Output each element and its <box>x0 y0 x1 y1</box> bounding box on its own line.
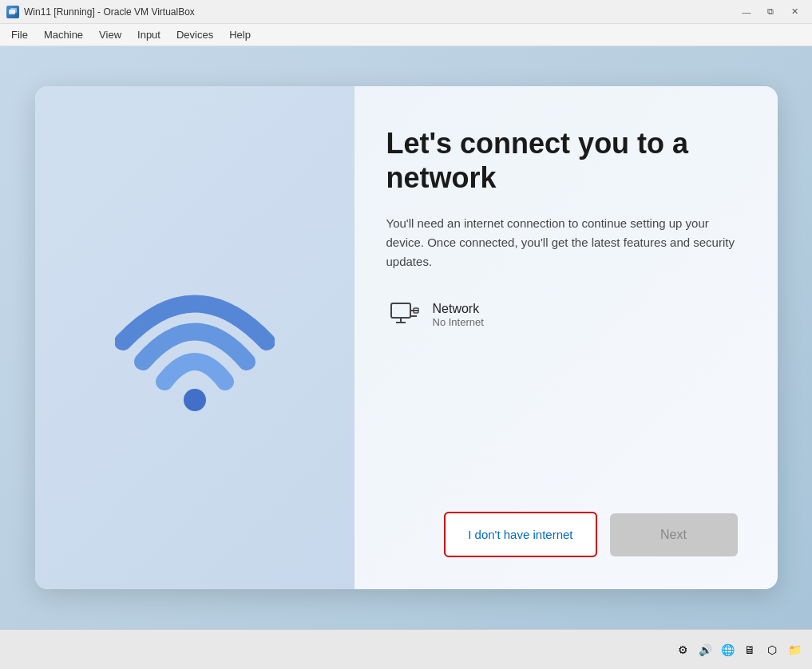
main-area: Let's connect you to a network You'll ne… <box>0 46 812 629</box>
dialog-card: Let's connect you to a network You'll ne… <box>35 86 778 589</box>
svg-rect-1 <box>10 8 17 13</box>
minimize-button[interactable]: — <box>735 4 758 20</box>
button-area: I don't have internet Next <box>386 512 738 557</box>
menu-view[interactable]: View <box>91 26 129 44</box>
menu-machine[interactable]: Machine <box>36 26 91 44</box>
no-internet-button[interactable]: I don't have internet <box>444 512 596 557</box>
window-title: Win11 [Running] - Oracle VM VirtualBox <box>24 6 195 18</box>
taskbar-network-icon[interactable]: 🌐 <box>718 640 737 659</box>
network-item: Network No Internet <box>386 297 738 332</box>
taskbar-icons: ⚙ 🔊 🌐 🖥 ⬡ 📁 <box>673 640 804 659</box>
menu-devices[interactable]: Devices <box>168 26 221 44</box>
taskbar-usb-icon[interactable]: ⬡ <box>762 640 782 659</box>
taskbar-monitor-icon[interactable]: 🖥 <box>740 640 759 659</box>
menu-input[interactable]: Input <box>129 26 168 44</box>
title-bar: Win11 [Running] - Oracle VM VirtualBox —… <box>0 0 812 24</box>
network-name: Network <box>433 302 484 316</box>
menu-file[interactable]: File <box>3 26 36 44</box>
svg-point-2 <box>184 389 206 411</box>
taskbar: ⚙ 🔊 🌐 🖥 ⬡ 📁 <box>0 629 812 669</box>
window-controls: — ⧉ ✕ <box>735 4 806 20</box>
taskbar-sound-icon[interactable]: 🔊 <box>695 640 715 659</box>
menu-bar: File Machine View Input Devices Help <box>0 24 812 46</box>
network-status: No Internet <box>433 316 484 328</box>
network-icon <box>386 297 422 332</box>
dialog-description: You'll need an internet connection to co… <box>386 214 738 271</box>
title-bar-left: Win11 [Running] - Oracle VM VirtualBox <box>6 6 195 18</box>
right-panel: Let's connect you to a network You'll ne… <box>355 86 778 589</box>
wifi-illustration <box>107 250 283 426</box>
svg-rect-3 <box>391 303 410 318</box>
next-button[interactable]: Next <box>610 513 738 556</box>
close-button[interactable]: ✕ <box>783 4 806 20</box>
virtualbox-icon <box>6 6 19 18</box>
dialog-heading: Let's connect you to a network <box>386 126 738 195</box>
taskbar-folder-icon[interactable]: 📁 <box>785 640 804 659</box>
dialog-content: Let's connect you to a network You'll ne… <box>386 126 738 480</box>
network-text: Network No Internet <box>433 302 484 328</box>
left-panel <box>35 86 355 589</box>
menu-help[interactable]: Help <box>221 26 259 44</box>
taskbar-settings-icon[interactable]: ⚙ <box>673 640 692 659</box>
restore-button[interactable]: ⧉ <box>759 4 782 20</box>
